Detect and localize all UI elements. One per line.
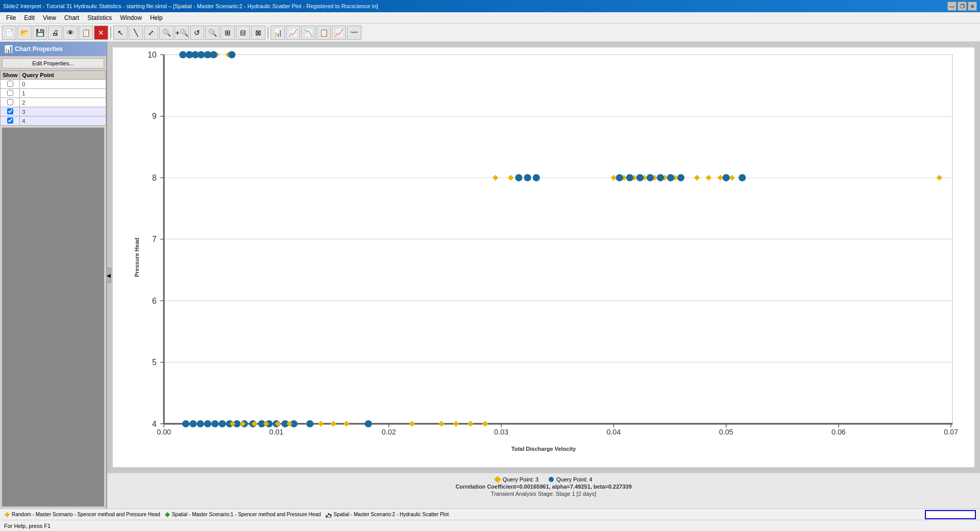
toolbar-line[interactable]: ╲ <box>129 26 143 40</box>
toolbar-print[interactable]: 🖨 <box>48 26 62 40</box>
svg-point-68 <box>636 174 644 181</box>
status-label-spatial2: Spatial - Master Scenario:2 - Hydraulic … <box>334 512 449 517</box>
checkbox-2[interactable] <box>7 99 13 105</box>
toolbar-chart2[interactable]: 📉 <box>301 26 315 40</box>
svg-point-116 <box>328 513 330 515</box>
toolbar-divider-2 <box>267 27 268 39</box>
correlation-text: Correlation Coefficient=0.00165961, alph… <box>455 484 631 490</box>
svg-point-57 <box>524 174 531 181</box>
svg-text:8: 8 <box>152 174 157 182</box>
panel-header: 📊 Chart Properties <box>0 42 106 56</box>
svg-point-72 <box>677 174 684 181</box>
toolbar-zoom-reset[interactable]: ⊟ <box>236 26 250 40</box>
checkbox-4[interactable] <box>7 117 13 124</box>
toolbar-save[interactable]: 💾 <box>33 26 47 40</box>
legend-label-3: Query Point: 3 <box>503 476 538 482</box>
toolbar-excel[interactable]: 📊 <box>271 26 285 40</box>
svg-text:0.00: 0.00 <box>157 428 171 436</box>
svg-text:0.02: 0.02 <box>382 428 396 436</box>
status-diamond-icon <box>4 512 10 518</box>
checkbox-3[interactable] <box>7 108 13 114</box>
svg-point-71 <box>667 174 674 181</box>
toolbar-zoom-out[interactable]: 🔍 <box>205 26 219 40</box>
svg-text:9: 9 <box>152 112 157 120</box>
menu-statistics[interactable]: Statistics <box>83 13 116 22</box>
table-row: 1 <box>1 89 106 98</box>
toolbar-chart5[interactable]: 〰 <box>347 26 361 40</box>
toolbar-zoom-full[interactable]: ⊠ <box>251 26 265 40</box>
legend-area: Query Point: 3 Query Point: 4 Correlatio… <box>107 473 980 509</box>
svg-point-82 <box>189 420 197 427</box>
x-axis-label: Total Discharge Velocity <box>511 446 576 452</box>
toolbar-paste[interactable]: ✕ <box>94 26 108 40</box>
toolbar: 📄 📂 💾 🖨 👁 📋 ✕ ↖ ╲ ⤢ 🔍 +🔍 ↺ 🔍 ⊞ ⊟ ⊠ 📊 📈 📉… <box>0 23 980 42</box>
window-title: Slide2 Interpret - Tutorial 31 Hydraulic… <box>3 3 947 9</box>
toolbar-divider-1 <box>110 27 111 39</box>
toolbar-open[interactable]: 📂 <box>17 26 32 40</box>
legend-label-4: Query Point: 4 <box>556 476 592 482</box>
toolbar-expand[interactable]: ⤢ <box>144 26 158 40</box>
svg-text:10: 10 <box>148 51 157 59</box>
menu-edit[interactable]: Edit <box>20 13 39 22</box>
svg-point-81 <box>182 420 189 427</box>
checkbox-cell-2[interactable] <box>1 98 20 107</box>
chart-svg: 10 9 8 7 6 5 4 <box>113 47 974 467</box>
svg-point-84 <box>204 420 211 427</box>
checkbox-cell-1[interactable] <box>1 89 20 98</box>
status-diamond2-icon <box>164 512 170 518</box>
svg-point-117 <box>330 514 332 516</box>
title-bar: Slide2 Interpret - Tutorial 31 Hydraulic… <box>0 0 980 12</box>
menu-help[interactable]: Help <box>146 13 167 22</box>
toolbar-rotate[interactable]: ↺ <box>190 26 204 40</box>
svg-text:4: 4 <box>152 420 157 428</box>
svg-point-69 <box>647 174 654 181</box>
status-bar: Random - Master Scenario - Spencer metho… <box>0 509 980 520</box>
row-label-4: 4 <box>20 116 106 126</box>
checkbox-cell-4[interactable] <box>1 116 20 126</box>
toolbar-chart1[interactable]: 📈 <box>286 26 300 40</box>
svg-text:6: 6 <box>152 297 157 305</box>
toolbar-preview[interactable]: 👁 <box>63 26 78 40</box>
edit-properties-button[interactable]: Edit Properties... <box>2 58 104 68</box>
checkbox-cell-0[interactable] <box>1 80 20 89</box>
svg-point-66 <box>616 174 623 181</box>
panel-title: Chart Properties <box>15 45 63 53</box>
svg-point-58 <box>533 174 540 181</box>
checkbox-cell-3[interactable] <box>1 107 20 116</box>
gray-preview-area <box>2 128 104 506</box>
svg-text:7: 7 <box>152 235 157 244</box>
legend-item-4: Query Point: 4 <box>549 476 592 482</box>
svg-point-86 <box>218 420 226 427</box>
svg-text:0.06: 0.06 <box>831 428 846 436</box>
svg-text:0.01: 0.01 <box>270 428 284 436</box>
svg-text:5: 5 <box>152 358 157 367</box>
toolbar-new[interactable]: 📄 <box>2 26 16 40</box>
col-show: Show <box>1 71 20 80</box>
svg-point-112 <box>365 420 372 427</box>
svg-point-104 <box>306 420 313 427</box>
left-panel: 📊 Chart Properties Edit Properties... Sh… <box>0 42 107 509</box>
toolbar-zoom-in-plus[interactable]: 🔍 <box>159 26 174 40</box>
menu-view[interactable]: View <box>39 13 60 22</box>
toolbar-copy[interactable]: 📋 <box>79 26 93 40</box>
col-query-point: Query Point <box>20 71 106 80</box>
row-label-3: 3 <box>20 107 106 116</box>
toolbar-cursor[interactable]: ↖ <box>113 26 128 40</box>
checkbox-0[interactable] <box>7 81 13 87</box>
restore-button[interactable]: ❐ <box>958 2 967 11</box>
collapse-panel-button[interactable]: ◀ <box>106 268 111 283</box>
minimize-button[interactable]: — <box>947 2 957 11</box>
toolbar-zoom-fit[interactable]: ⊞ <box>220 26 235 40</box>
close-button[interactable]: ✕ <box>968 2 977 11</box>
status-input[interactable] <box>925 510 976 519</box>
menu-file[interactable]: File <box>2 13 20 22</box>
main-layout: 📊 Chart Properties Edit Properties... Sh… <box>0 42 980 509</box>
checkbox-1[interactable] <box>7 90 13 96</box>
status-legend-items: Random - Master Scenario - Spencer metho… <box>4 512 449 518</box>
toolbar-chart4[interactable]: 📈 <box>332 26 346 40</box>
toolbar-chart3[interactable]: 📋 <box>316 26 331 40</box>
svg-marker-113 <box>5 512 10 517</box>
menu-window[interactable]: Window <box>116 13 146 22</box>
menu-chart[interactable]: Chart <box>60 13 83 22</box>
toolbar-zoom-in[interactable]: +🔍 <box>175 26 189 40</box>
